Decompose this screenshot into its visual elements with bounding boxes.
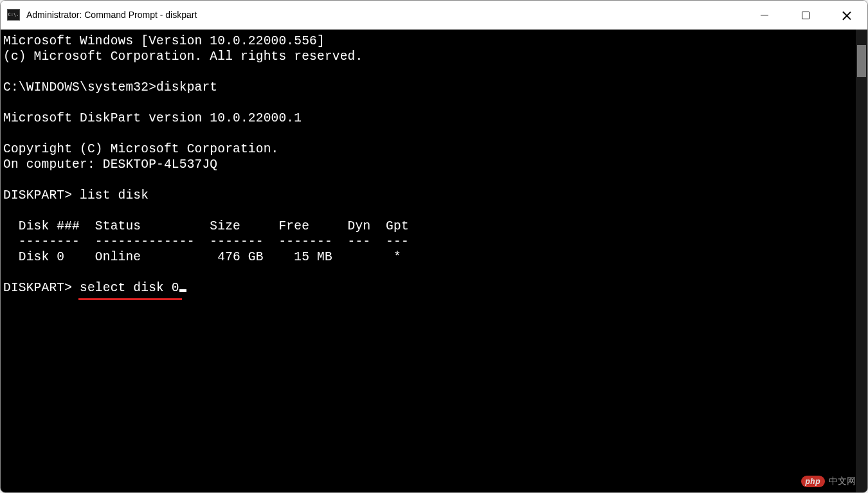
output-line: Microsoft Windows [Version 10.0.22000.55… [3, 33, 853, 49]
window-controls [744, 1, 867, 30]
output-line: (c) Microsoft Corporation. All rights re… [3, 49, 853, 64]
output-line [3, 95, 853, 111]
prompt-line: C:\WINDOWS\system32>diskpart [3, 80, 853, 95]
close-icon [842, 11, 851, 20]
watermark-badge: php [801, 476, 826, 487]
table-header: Disk ### Status Size Free Dyn Gpt [3, 219, 853, 234]
prompt: C:\WINDOWS\system32> [3, 80, 156, 94]
cmd-app-icon-text: C:\. [8, 13, 19, 17]
titlebar[interactable]: C:\. Administrator: Command Prompt - dis… [1, 1, 867, 30]
maximize-icon [802, 12, 809, 19]
watermark: php 中文网 [801, 476, 856, 487]
output-line [3, 172, 853, 188]
output-line: Copyright (C) Microsoft Corporation. [3, 141, 853, 157]
output-line: Microsoft DiskPart version 10.0.22000.1 [3, 111, 853, 126]
cmd-app-icon: C:\. [7, 9, 20, 21]
maximize-button[interactable] [785, 1, 826, 30]
command-prompt-window: C:\. Administrator: Command Prompt - dis… [0, 0, 868, 493]
highlighted-command: select disk 0 [80, 280, 179, 296]
window-title: Administrator: Command Prompt - diskpart [26, 10, 197, 20]
diskpart-prompt: DISKPART> [3, 188, 80, 202]
output-line [3, 126, 853, 141]
close-button[interactable] [826, 1, 867, 30]
minimize-button[interactable] [744, 1, 785, 30]
table-divider: -------- ------------- ------- ------- -… [3, 234, 853, 249]
minimize-icon [761, 15, 768, 16]
output-line: On computer: DESKTOP-4L537JQ [3, 157, 853, 172]
watermark-text: 中文网 [829, 476, 856, 487]
command-text: diskpart [156, 80, 217, 94]
terminal-area[interactable]: Microsoft Windows [Version 10.0.22000.55… [1, 30, 867, 492]
output-line [3, 64, 853, 80]
diskpart-prompt: DISKPART> [3, 281, 80, 295]
scrollbar-thumb[interactable] [857, 45, 866, 77]
cursor [179, 289, 186, 292]
output-line [3, 203, 853, 219]
vertical-scrollbar[interactable] [856, 30, 867, 492]
command-text: list disk [80, 188, 149, 202]
table-row: Disk 0 Online 476 GB 15 MB * [3, 249, 853, 265]
prompt-line: DISKPART> select disk 0 [3, 280, 853, 296]
output-line [3, 265, 853, 280]
terminal-content[interactable]: Microsoft Windows [Version 10.0.22000.55… [1, 30, 856, 492]
prompt-line: DISKPART> list disk [3, 188, 853, 203]
